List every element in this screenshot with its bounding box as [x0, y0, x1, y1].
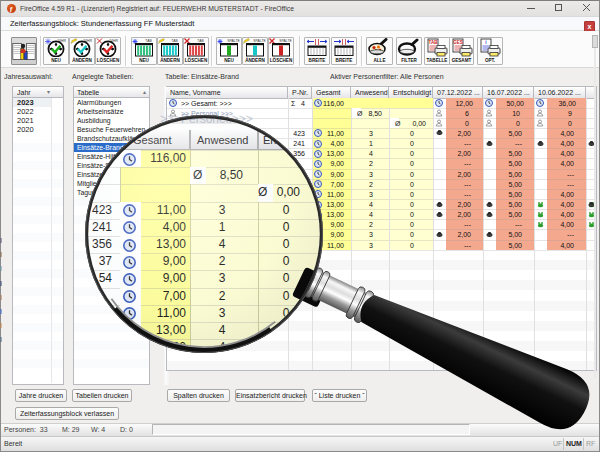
svg-text:SPALTE: SPALTE	[279, 39, 292, 43]
svg-text:TAB: TAB	[429, 40, 439, 45]
svg-text:SPALTE: SPALTE	[253, 39, 266, 43]
svg-text:i: i	[485, 40, 486, 45]
svg-text:TAB: TAB	[171, 39, 178, 43]
svg-text:TAB: TAB	[197, 39, 204, 43]
svg-text:GES: GES	[453, 40, 463, 45]
svg-text:SPALTE: SPALTE	[227, 39, 240, 43]
svg-text:TAB: TAB	[145, 39, 152, 43]
